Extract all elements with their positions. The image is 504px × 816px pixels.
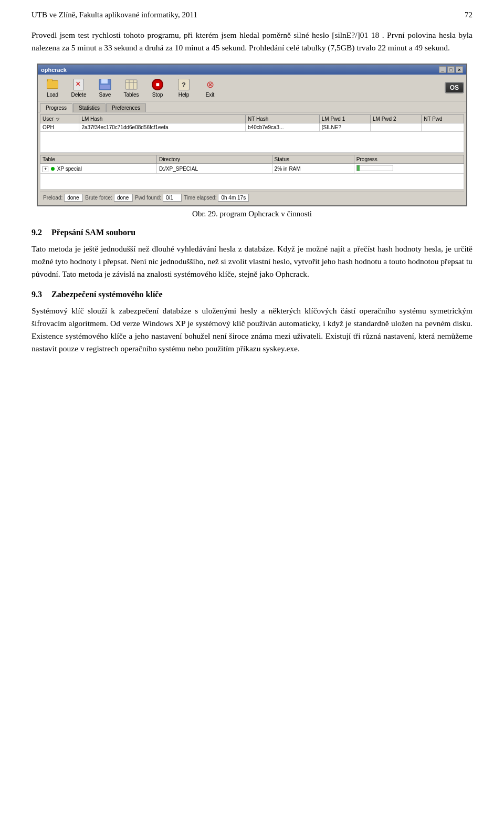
col-table: Table: [40, 155, 157, 164]
stop-button[interactable]: ■ Stop: [145, 76, 170, 99]
ophcrack-window: ophcrack _ □ × Load: [37, 64, 467, 206]
cell-lm-pwd2: [371, 123, 422, 132]
cell-expand-table: + XP special: [40, 164, 157, 174]
col-nt-pwd: NT Pwd: [422, 115, 464, 123]
window-tabs: Progress Statistics Preferences: [38, 101, 466, 112]
stop-label: Stop: [152, 92, 163, 98]
save-label: Save: [99, 92, 111, 98]
section-9-3-title: Zabezpečení systémového klíče: [51, 290, 163, 299]
brute-force-label: Brute force:: [85, 195, 112, 201]
brute-force-value: done: [114, 194, 133, 202]
col-progress: Progress: [354, 155, 464, 164]
maximize-button[interactable]: □: [447, 66, 455, 73]
svg-rect-2: [100, 85, 110, 89]
tab-progress[interactable]: Progress: [40, 103, 72, 112]
preload-label: Preload:: [43, 195, 62, 201]
status-dot-green: [51, 167, 55, 171]
time-elapsed-value: 0h 4m 17s: [218, 194, 249, 202]
load-button[interactable]: Load: [40, 76, 65, 99]
delete-button[interactable]: Delete: [66, 76, 91, 99]
help-icon: ?: [176, 78, 191, 91]
tables-icon: [124, 78, 139, 91]
exit-icon: ⊗: [203, 78, 217, 91]
toolbar: Load Delete: [38, 75, 466, 101]
cell-lm-pwd1: [SILNE?: [319, 123, 370, 132]
header-left: UTB ve Zlíně, Fakulta aplikované informa…: [32, 11, 197, 19]
col-lm-pwd1: LM Pwd 1: [319, 115, 370, 123]
time-elapsed-label: Time elapsed:: [184, 195, 216, 201]
pwd-found-value: 0/1: [163, 194, 182, 202]
status-bar: Preload: done Brute force: done Pwd foun…: [40, 192, 464, 203]
user-row: OPH 2a37f34ec170c71dd6e08d56fcf1eefa b40…: [40, 123, 464, 132]
col-status: Status: [272, 155, 354, 164]
time-elapsed-field: Time elapsed: 0h 4m 17s: [184, 194, 249, 202]
empty-table-row: [40, 174, 464, 190]
stop-icon: ■: [150, 78, 165, 91]
save-icon: [98, 78, 112, 91]
svg-rect-3: [125, 80, 137, 89]
titlebar-buttons: _ □ ×: [439, 66, 463, 73]
intro-paragraph: Provedl jsem test rychlosti tohoto progr…: [32, 29, 472, 54]
section-9-2-title: Přepsání SAM souboru: [51, 228, 135, 237]
delete-icon: [71, 78, 86, 91]
progress-bar-fill: [357, 165, 360, 171]
figure-ophcrack: ophcrack _ □ × Load: [32, 64, 472, 218]
cell-lm-hash: 2a37f34ec170c71dd6e08d56fcf1eefa: [79, 123, 246, 132]
page-header: UTB ve Zlíně, Fakulta aplikované informa…: [32, 11, 472, 19]
tables-label: Tables: [124, 92, 139, 98]
svg-rect-1: [101, 79, 108, 83]
table-row: + XP special D:/XP_SPECIAL 2% in RAM: [40, 164, 464, 174]
brute-force-field: Brute force: done: [85, 194, 133, 202]
help-label: Help: [178, 92, 190, 98]
preload-value: done: [64, 194, 83, 202]
save-button[interactable]: Save: [92, 76, 118, 99]
cell-nt-pwd: [422, 123, 464, 132]
load-icon: [45, 78, 60, 91]
window-title: ophcrack: [41, 67, 67, 73]
section-9-3-number: 9.3: [32, 290, 47, 299]
cell-status: 2% in RAM: [272, 164, 354, 174]
load-label: Load: [47, 92, 58, 98]
col-lm-hash: LM Hash: [79, 115, 246, 123]
page: UTB ve Zlíně, Fakulta aplikované informa…: [0, 0, 504, 381]
tab-preferences[interactable]: Preferences: [106, 103, 146, 112]
os-button[interactable]: OS: [445, 82, 464, 93]
user-table: User ▽ LM Hash NT Hash LM Pwd 1 LM Pwd 2…: [40, 114, 464, 153]
col-user: User ▽: [40, 115, 79, 123]
cell-nt-hash: b40cb7e9ca3...: [246, 123, 320, 132]
expand-button[interactable]: +: [43, 166, 48, 172]
tab-statistics[interactable]: Statistics: [73, 103, 106, 112]
tables-table: Table Directory Status Progress + XP spe…: [40, 155, 464, 190]
progress-bar-container: [356, 165, 393, 171]
figure-caption: Obr. 29. program Ophcrack v činnosti: [192, 210, 312, 218]
col-directory: Directory: [157, 155, 272, 164]
pwd-found-field: Pwd found: 0/1: [135, 194, 182, 202]
window-titlebar: ophcrack _ □ ×: [38, 65, 466, 75]
cell-directory: D:/XP_SPECIAL: [157, 164, 272, 174]
exit-button[interactable]: ⊗ Exit: [197, 76, 223, 99]
pwd-found-label: Pwd found:: [135, 195, 161, 201]
preload-field: Preload: done: [43, 194, 83, 202]
section-9-2-number: 9.2: [32, 228, 47, 237]
close-button[interactable]: ×: [456, 66, 463, 73]
cell-user: OPH: [40, 123, 79, 132]
section-9-3-body: Systémový klíč slouží k zabezpečení data…: [32, 305, 472, 355]
empty-row: [40, 132, 464, 153]
section-9-3-heading: 9.3 Zabezpečení systémového klíče: [32, 290, 472, 299]
section-9-2-heading: 9.2 Přepsání SAM souboru: [32, 228, 472, 237]
delete-label: Delete: [71, 92, 87, 98]
header-right: 72: [465, 11, 472, 19]
exit-label: Exit: [206, 92, 215, 98]
window-content: User ▽ LM Hash NT Hash LM Pwd 1 LM Pwd 2…: [38, 112, 466, 205]
col-lm-pwd2: LM Pwd 2: [371, 115, 422, 123]
help-button[interactable]: ? Help: [171, 76, 196, 99]
cell-progress: [354, 164, 464, 174]
section-9-2-body: Tato metoda je ještě jednodušší než dlou…: [32, 243, 472, 280]
col-nt-hash: NT Hash: [246, 115, 320, 123]
tables-button[interactable]: Tables: [119, 76, 144, 99]
minimize-button[interactable]: _: [439, 66, 446, 73]
